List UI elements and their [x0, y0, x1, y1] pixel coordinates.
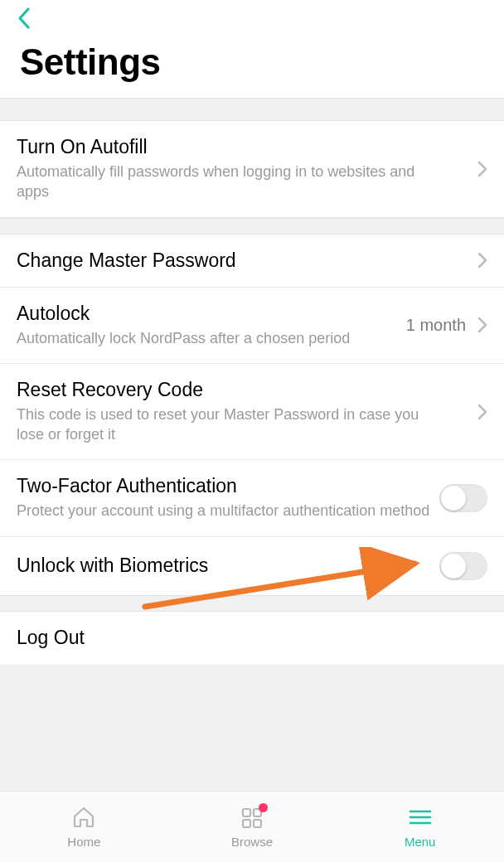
row-autolock-value: 1 month: [406, 316, 466, 335]
notification-badge: [259, 803, 268, 812]
empty-space: [0, 665, 504, 791]
chevron-right-icon: [477, 404, 487, 420]
row-reset-recovery[interactable]: Reset Recovery Code This code is used to…: [0, 364, 504, 461]
row-reset-recovery-title: Reset Recovery Code: [17, 379, 477, 401]
tab-bar: Home Browse Menu: [0, 791, 504, 862]
row-change-master-title: Change Master Password: [17, 249, 477, 272]
row-autofill[interactable]: Turn On Autofill Automatically fill pass…: [0, 121, 504, 218]
row-autolock[interactable]: Autolock Automatically lock NordPass aft…: [0, 288, 504, 364]
two-factor-toggle[interactable]: [439, 484, 487, 512]
chevron-right-icon: [477, 161, 487, 177]
tab-home-label: Home: [67, 835, 100, 849]
section-divider: [0, 218, 504, 235]
tab-browse[interactable]: Browse: [168, 792, 337, 862]
tab-menu-label: Menu: [405, 835, 436, 849]
page-title: Settings: [20, 41, 484, 83]
row-biometrics-title: Unlock with Biometrics: [17, 554, 439, 577]
row-two-factor-title: Two-Factor Authentication: [17, 475, 439, 497]
tab-home[interactable]: Home: [0, 792, 168, 862]
home-icon: [70, 805, 98, 830]
chevron-left-icon: [17, 7, 32, 30]
row-autofill-title: Turn On Autofill: [17, 136, 477, 158]
tab-browse-label: Browse: [231, 835, 273, 849]
svg-rect-3: [243, 820, 250, 827]
row-autolock-subtitle: Automatically lock NordPass after a chos…: [17, 328, 406, 348]
biometrics-toggle[interactable]: [439, 552, 487, 580]
section-divider: [0, 595, 504, 612]
back-button[interactable]: [15, 7, 33, 30]
row-autolock-title: Autolock: [17, 303, 406, 325]
browse-icon: [238, 805, 266, 830]
row-two-factor[interactable]: Two-Factor Authentication Protect your a…: [0, 460, 504, 536]
chevron-right-icon: [477, 317, 487, 333]
row-autofill-subtitle: Automatically fill passwords when loggin…: [17, 162, 431, 202]
row-change-master-password[interactable]: Change Master Password: [0, 235, 504, 288]
svg-rect-4: [254, 820, 261, 827]
row-two-factor-subtitle: Protect your account using a multifactor…: [17, 501, 431, 521]
menu-icon: [406, 805, 434, 830]
toggle-knob: [441, 486, 466, 511]
row-logout-title: Log Out: [17, 627, 487, 649]
row-reset-recovery-subtitle: This code is used to reset your Master P…: [17, 404, 431, 445]
row-log-out[interactable]: Log Out: [0, 612, 504, 665]
section-divider: [0, 98, 504, 121]
toggle-knob: [441, 554, 466, 579]
row-unlock-biometrics[interactable]: Unlock with Biometrics: [0, 537, 504, 595]
svg-rect-1: [243, 809, 250, 816]
chevron-right-icon: [477, 252, 487, 269]
tab-menu[interactable]: Menu: [336, 792, 504, 862]
